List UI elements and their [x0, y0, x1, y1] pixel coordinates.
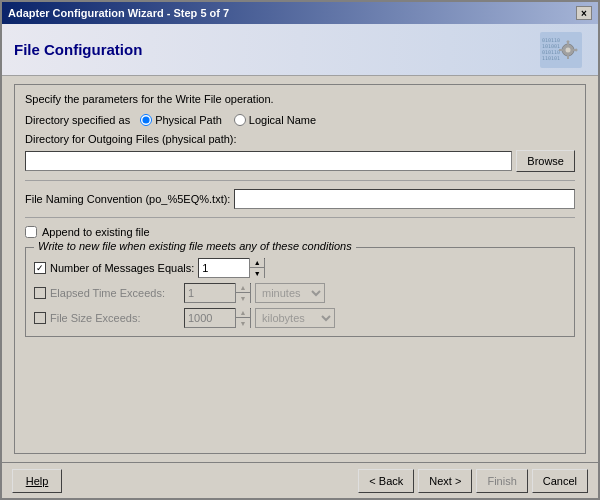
naming-row: File Naming Convention (po_%5EQ%.txt): — [25, 189, 575, 209]
elapsed-row: Elapsed Time Exceeds: ▲ ▼ minutes hours … — [34, 283, 566, 303]
radio-physical[interactable] — [140, 114, 152, 126]
filesize-unit-select[interactable]: kilobytes megabytes — [255, 308, 335, 328]
directory-label: Directory specified as — [25, 114, 130, 126]
description-text: Specify the parameters for the Write Fil… — [25, 93, 575, 105]
append-checkbox[interactable] — [25, 226, 37, 238]
radio-logical-label: Logical Name — [249, 114, 316, 126]
group-content: ✓ Number of Messages Equals: ▲ ▼ — [34, 258, 566, 328]
main-content: Specify the parameters for the Write Fil… — [2, 76, 598, 462]
directory-type-row: Directory specified as Physical Path Log… — [25, 114, 575, 126]
elapsed-spin-down[interactable]: ▼ — [236, 293, 250, 303]
filesize-row: File Size Exceeds: ▲ ▼ kilobytes megabyt… — [34, 308, 566, 328]
messages-row: ✓ Number of Messages Equals: ▲ ▼ — [34, 258, 566, 278]
filesize-label: File Size Exceeds: — [50, 312, 180, 324]
svg-rect-8 — [567, 55, 569, 59]
page-title: File Configuration — [14, 41, 142, 58]
directory-input[interactable] — [25, 151, 512, 171]
wizard-window: Adapter Configuration Wizard - Step 5 of… — [0, 0, 600, 500]
messages-checkbox[interactable]: ✓ — [34, 262, 46, 274]
header-section: File Configuration 010110 101001 010110 … — [2, 24, 598, 76]
content-border: Specify the parameters for the Write Fil… — [14, 84, 586, 454]
cancel-button[interactable]: Cancel — [532, 469, 588, 493]
append-label: Append to existing file — [42, 226, 150, 238]
finish-button[interactable]: Finish — [476, 469, 527, 493]
svg-rect-9 — [559, 49, 563, 51]
elapsed-spin-up[interactable]: ▲ — [236, 283, 250, 293]
filesize-spin-buttons: ▲ ▼ — [235, 308, 250, 328]
elapsed-label: Elapsed Time Exceeds: — [50, 287, 180, 299]
append-row: Append to existing file — [25, 226, 575, 238]
radio-group: Physical Path Logical Name — [140, 114, 316, 126]
gear-icon: 010110 101001 010110 110101 — [536, 30, 586, 70]
window-title: Adapter Configuration Wizard - Step 5 of… — [8, 7, 229, 19]
separator-2 — [25, 217, 575, 218]
elapsed-input[interactable] — [185, 284, 235, 302]
help-button[interactable]: Help — [12, 469, 62, 493]
messages-label: Number of Messages Equals: — [50, 262, 194, 274]
directory-outgoing-label: Directory for Outgoing Files (physical p… — [25, 131, 575, 145]
next-button[interactable]: Next > — [418, 469, 472, 493]
filesize-checkbox[interactable] — [34, 312, 46, 324]
messages-spin-buttons: ▲ ▼ — [249, 258, 264, 278]
messages-input[interactable] — [199, 259, 249, 277]
messages-spin-down[interactable]: ▼ — [250, 268, 264, 278]
elapsed-checkbox[interactable] — [34, 287, 46, 299]
naming-label: File Naming Convention (po_%5EQ%.txt): — [25, 193, 230, 205]
browse-button[interactable]: Browse — [516, 150, 575, 172]
footer: Help < Back Next > Finish Cancel — [2, 462, 598, 498]
close-button[interactable]: × — [576, 6, 592, 20]
back-button[interactable]: < Back — [358, 469, 414, 493]
radio-logical[interactable] — [234, 114, 246, 126]
naming-input[interactable] — [234, 189, 575, 209]
radio-physical-option[interactable]: Physical Path — [140, 114, 222, 126]
footer-right: < Back Next > Finish Cancel — [358, 469, 588, 493]
separator-1 — [25, 180, 575, 181]
radio-physical-label: Physical Path — [155, 114, 222, 126]
elapsed-spin-buttons: ▲ ▼ — [235, 283, 250, 303]
elapsed-spinner: ▲ ▼ — [184, 283, 251, 303]
messages-spinner: ▲ ▼ — [198, 258, 265, 278]
group-box-legend: Write to new file when existing file mee… — [34, 240, 356, 252]
svg-point-6 — [566, 47, 571, 52]
elapsed-unit-select[interactable]: minutes hours seconds — [255, 283, 325, 303]
filesize-spinner: ▲ ▼ — [184, 308, 251, 328]
filesize-input[interactable] — [185, 309, 235, 327]
conditions-group: Write to new file when existing file mee… — [25, 247, 575, 337]
filesize-spin-down[interactable]: ▼ — [236, 318, 250, 328]
messages-spin-up[interactable]: ▲ — [250, 258, 264, 268]
directory-input-row: Browse — [25, 150, 575, 172]
title-bar: Adapter Configuration Wizard - Step 5 of… — [2, 2, 598, 24]
radio-logical-option[interactable]: Logical Name — [234, 114, 316, 126]
svg-text:110101: 110101 — [542, 55, 560, 61]
footer-left: Help — [12, 469, 62, 493]
filesize-spin-up[interactable]: ▲ — [236, 308, 250, 318]
